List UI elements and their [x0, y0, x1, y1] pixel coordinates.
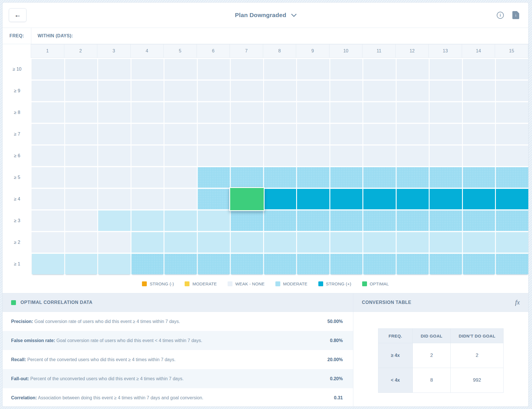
heatmap-cell[interactable] [264, 210, 296, 231]
heatmap-cell[interactable] [98, 81, 131, 101]
heatmap-cell[interactable] [430, 232, 462, 253]
download-icon[interactable] [512, 11, 519, 19]
heatmap-cell[interactable] [397, 59, 429, 79]
heatmap-cell[interactable] [32, 189, 64, 209]
heatmap-cell[interactable] [496, 102, 528, 123]
heatmap-cell[interactable] [164, 59, 197, 79]
heatmap-cell[interactable] [131, 254, 164, 274]
heatmap-cell[interactable] [198, 102, 230, 123]
heatmap-cell[interactable] [231, 254, 263, 274]
heatmap-cell[interactable] [463, 146, 495, 166]
back-button[interactable]: ← [9, 8, 26, 22]
heatmap-cell[interactable] [164, 102, 197, 123]
heatmap-cell[interactable] [164, 146, 197, 166]
heatmap-cell[interactable] [198, 189, 230, 209]
heatmap-cell[interactable] [463, 210, 495, 231]
heatmap-cell[interactable] [363, 189, 396, 209]
heatmap-cell[interactable] [32, 102, 64, 123]
heatmap-cell[interactable] [496, 124, 528, 144]
heatmap-cell[interactable] [164, 254, 197, 274]
heatmap-cell[interactable] [496, 232, 528, 253]
heatmap-cell[interactable] [330, 59, 363, 79]
heatmap-cell[interactable] [397, 167, 429, 188]
heatmap-cell[interactable] [397, 254, 429, 274]
heatmap-cell[interactable] [164, 124, 197, 144]
heatmap-cell[interactable] [397, 146, 429, 166]
heatmap-cell[interactable] [131, 59, 164, 79]
heatmap-cell[interactable] [32, 210, 64, 231]
heatmap-cell[interactable] [32, 59, 64, 79]
heatmap-cell[interactable] [231, 167, 263, 188]
heatmap-cell[interactable] [65, 232, 98, 253]
heatmap-cell[interactable] [363, 232, 396, 253]
heatmap-cell[interactable] [32, 254, 64, 274]
heatmap-cell[interactable] [330, 232, 363, 253]
heatmap-cell[interactable] [98, 124, 131, 144]
heatmap-cell[interactable] [430, 254, 462, 274]
heatmap-cell[interactable] [463, 232, 495, 253]
heatmap-cell[interactable] [463, 167, 495, 188]
heatmap-cell[interactable] [264, 81, 296, 101]
heatmap-cell[interactable] [264, 254, 296, 274]
heatmap-cell[interactable] [231, 102, 263, 123]
heatmap-cell[interactable] [264, 189, 296, 209]
heatmap-cell[interactable] [496, 167, 528, 188]
heatmap-cell[interactable] [198, 124, 230, 144]
heatmap-cell[interactable] [297, 232, 329, 253]
heatmap-cell[interactable] [330, 254, 363, 274]
heatmap-cell[interactable] [65, 124, 98, 144]
heatmap-cell[interactable] [430, 210, 462, 231]
heatmap-cell[interactable] [463, 59, 495, 79]
heatmap-cell[interactable] [198, 81, 230, 101]
heatmap-cell[interactable] [131, 210, 164, 231]
heatmap-cell[interactable] [397, 189, 429, 209]
heatmap-cell[interactable] [65, 146, 98, 166]
heatmap-cell[interactable] [330, 189, 363, 209]
heatmap-cell-optimal[interactable] [231, 189, 263, 209]
heatmap-cell[interactable] [297, 167, 329, 188]
heatmap-cell[interactable] [65, 167, 98, 188]
heatmap-cell[interactable] [430, 102, 462, 123]
heatmap-cell[interactable] [32, 81, 64, 101]
heatmap-cell[interactable] [164, 81, 197, 101]
heatmap-cell[interactable] [32, 146, 64, 166]
heatmap-cell[interactable] [231, 124, 263, 144]
heatmap-cell[interactable] [98, 59, 131, 79]
heatmap-cell[interactable] [463, 81, 495, 101]
heatmap-cell[interactable] [198, 254, 230, 274]
heatmap-cell[interactable] [297, 189, 329, 209]
heatmap-cell[interactable] [131, 81, 164, 101]
heatmap-cell[interactable] [297, 146, 329, 166]
heatmap-cell[interactable] [397, 81, 429, 101]
heatmap-cell[interactable] [430, 124, 462, 144]
heatmap-cell[interactable] [297, 124, 329, 144]
heatmap-cell[interactable] [430, 189, 462, 209]
heatmap-cell[interactable] [131, 124, 164, 144]
heatmap-cell[interactable] [32, 124, 64, 144]
heatmap-cell[interactable] [330, 81, 363, 101]
heatmap-cell[interactable] [98, 167, 131, 188]
heatmap-cell[interactable] [98, 232, 131, 253]
heatmap-cell[interactable] [32, 167, 64, 188]
heatmap-cell[interactable] [330, 146, 363, 166]
heatmap-cell[interactable] [363, 210, 396, 231]
heatmap-cell[interactable] [264, 124, 296, 144]
heatmap-cell[interactable] [297, 254, 329, 274]
heatmap-cell[interactable] [496, 81, 528, 101]
heatmap-cell[interactable] [430, 167, 462, 188]
heatmap-cell[interactable] [297, 102, 329, 123]
heatmap-cell[interactable] [131, 232, 164, 253]
heatmap-cell[interactable] [330, 124, 363, 144]
heatmap-cell[interactable] [397, 124, 429, 144]
heatmap-cell[interactable] [131, 189, 164, 209]
heatmap-cell[interactable] [297, 210, 329, 231]
heatmap-cell[interactable] [65, 59, 98, 79]
heatmap-cell[interactable] [397, 232, 429, 253]
heatmap-cell[interactable] [65, 81, 98, 101]
heatmap-cell[interactable] [496, 59, 528, 79]
heatmap-cell[interactable] [496, 146, 528, 166]
heatmap-cell[interactable] [131, 146, 164, 166]
heatmap-cell[interactable] [463, 102, 495, 123]
heatmap-cell[interactable] [264, 167, 296, 188]
heatmap-cell[interactable] [397, 210, 429, 231]
